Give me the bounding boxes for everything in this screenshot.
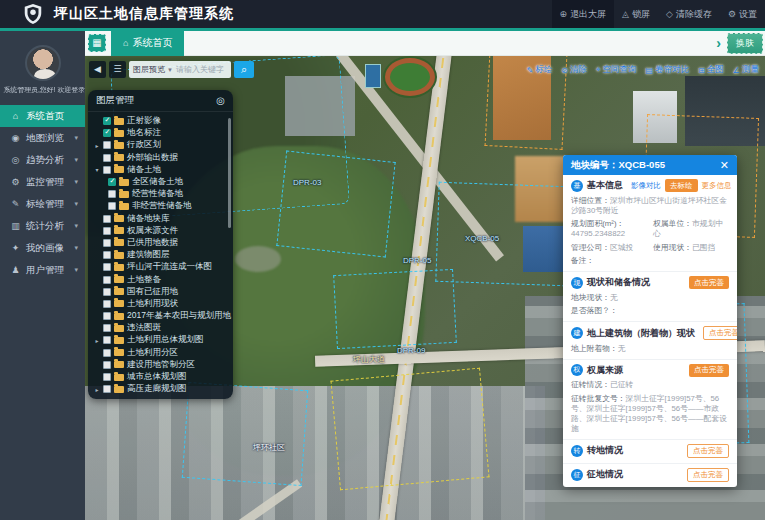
layer-tree-item[interactable]: 经营性储备地 xyxy=(94,188,231,200)
sidebar-item-map-browse[interactable]: ◉ 地图浏览 ▾ xyxy=(0,127,85,149)
app-title: 坪山区土地信息库管理系统 xyxy=(54,5,234,23)
user-icon: ♟ xyxy=(9,265,22,275)
layer-checkbox[interactable] xyxy=(108,190,116,198)
search-input[interactable]: 图层预览 ▼ 请输入关键字 xyxy=(129,61,231,78)
layer-tree-item[interactable]: 建设用地管制分区 xyxy=(94,359,231,371)
complete-button[interactable]: 点击完善 xyxy=(687,444,729,458)
complete-button[interactable]: 点击完善 xyxy=(689,364,729,377)
complete-button[interactable]: 点击完善 xyxy=(687,468,729,482)
layer-tree-item[interactable]: 外部输出数据 xyxy=(94,152,231,164)
parcel-outline[interactable] xyxy=(330,368,489,491)
layer-tree-item[interactable]: 权属来源文件 xyxy=(94,225,231,237)
complete-button[interactable]: 点击完善 xyxy=(689,276,729,289)
tool-plot[interactable]: ✎标绘 xyxy=(527,64,553,76)
tool-spatial-query[interactable]: ⌖空间查询 xyxy=(596,64,637,76)
layer-tree-item[interactable]: 国有已征用地 xyxy=(94,286,231,298)
sidebar-item-my-profile[interactable]: ✦ 我的画像 ▾ xyxy=(0,237,85,259)
folder-icon xyxy=(114,130,124,137)
layer-checkbox[interactable] xyxy=(103,117,111,125)
layer-checkbox[interactable] xyxy=(103,227,111,235)
map-canvas[interactable]: DPR-03 DPR-05 DPR-09 XQCB-05 坪山大道 坪环社区 ◀… xyxy=(85,56,765,520)
more-info-link[interactable]: 更多信息 xyxy=(702,181,732,191)
image-compare-link[interactable]: 影像对比 xyxy=(631,181,661,191)
layer-tree-item[interactable]: 城市总体规划图 xyxy=(94,371,231,383)
tab-scroll-chevron[interactable]: › xyxy=(716,35,721,51)
search-button[interactable]: ⌕ xyxy=(234,61,254,78)
collapse-panel-button[interactable]: ◀ xyxy=(89,61,106,78)
sidebar-item-trend-analysis[interactable]: ◎ 趋势分析 ▾ xyxy=(0,149,85,171)
parcel-outline[interactable] xyxy=(435,182,568,286)
layer-list-button[interactable]: ☰ xyxy=(109,61,126,78)
layer-checkbox[interactable] xyxy=(103,361,111,369)
sidebar-item-home[interactable]: ⌂ 系统首页 xyxy=(0,105,85,127)
go-plot-button[interactable]: 去标绘 xyxy=(665,179,698,192)
layer-checkbox[interactable] xyxy=(103,263,111,271)
sidebar-item-monitor-mgmt[interactable]: ⚙ 监控管理 ▾ xyxy=(0,171,85,193)
layer-tree-item[interactable]: ▸高压走廊规划图 xyxy=(94,383,231,395)
close-icon[interactable]: ✕ xyxy=(720,159,729,172)
layer-tree-item[interactable]: 土地利用现状 xyxy=(94,298,231,310)
user-avatar[interactable] xyxy=(25,45,61,81)
header-settings[interactable]: ⚙ 设置 xyxy=(720,0,765,28)
map-parcel-label: DPR-05 xyxy=(403,256,431,265)
layer-tree-item[interactable]: 已供用地数据 xyxy=(94,237,231,249)
layer-checkbox[interactable] xyxy=(103,300,111,308)
layer-tree-item[interactable]: 2017年基本农田与规划用地 xyxy=(94,310,231,322)
layer-checkbox[interactable] xyxy=(103,336,111,344)
layer-tree-item[interactable]: 正射影像 xyxy=(94,115,231,127)
layer-tree-item[interactable]: 违法图斑 xyxy=(94,322,231,334)
star-icon: ✦ xyxy=(9,243,22,253)
layer-checkbox[interactable] xyxy=(103,215,111,223)
header-exit-fullscreen[interactable]: ⊕ 退出大屏 xyxy=(552,0,615,28)
header-lock-screen[interactable]: ◬ 锁屏 xyxy=(614,0,658,28)
layer-checkbox[interactable] xyxy=(103,166,111,174)
fullmap-icon: ⊞ xyxy=(698,66,705,75)
sidebar-item-user-mgmt[interactable]: ♟ 用户管理 ▾ xyxy=(0,259,85,281)
tool-swipe-compare[interactable]: ▤卷帘对比 xyxy=(646,64,690,76)
layer-checkbox[interactable] xyxy=(103,373,111,381)
layer-checkbox[interactable] xyxy=(103,312,111,320)
layer-tree-item[interactable]: 土地利用分区 xyxy=(94,347,231,359)
layer-tree-item[interactable]: 建筑物图层 xyxy=(94,249,231,261)
layer-checkbox[interactable] xyxy=(103,251,111,259)
layer-checkbox[interactable] xyxy=(103,324,111,332)
crosshair-icon: ⌖ xyxy=(596,65,601,75)
tab-home[interactable]: ⌂ 系统首页 xyxy=(111,31,184,56)
layer-checkbox[interactable] xyxy=(103,349,111,357)
layer-tree-item[interactable]: 非经营性储备地 xyxy=(94,200,231,212)
layer-tree-item[interactable]: 地名标注 xyxy=(94,127,231,139)
layer-checkbox[interactable] xyxy=(108,202,116,210)
map-search-bar: ◀ ☰ 图层预览 ▼ 请输入关键字 ⌕ xyxy=(89,61,254,78)
layer-tree-item[interactable]: 储备地块库 xyxy=(94,213,231,225)
tool-measure[interactable]: ∠测量 xyxy=(733,64,759,76)
layer-checkbox[interactable] xyxy=(103,141,111,149)
section-buildings: 建 地上建筑物（附着物）现状 点击完善 地上附着物：无 xyxy=(563,322,737,360)
search-category-select[interactable]: 图层预览 xyxy=(133,64,165,75)
tool-clear[interactable]: ⊘清除 xyxy=(561,64,587,76)
layer-checkbox[interactable] xyxy=(103,276,111,284)
parcel-outline[interactable] xyxy=(276,151,395,258)
sidebar-item-plot-mgmt[interactable]: ✎ 标绘管理 ▾ xyxy=(0,193,85,215)
layer-tree-item[interactable]: ▸土地利用总体规划图 xyxy=(94,334,231,346)
layer-checkbox[interactable] xyxy=(103,239,111,247)
layer-checkbox[interactable] xyxy=(108,178,116,186)
complete-button[interactable]: 点击完善 xyxy=(703,326,737,340)
layer-checkbox[interactable] xyxy=(103,154,111,162)
map-pond xyxy=(235,246,281,272)
skin-switch-button[interactable]: 换肤 xyxy=(727,33,763,54)
layer-checkbox[interactable] xyxy=(103,129,111,137)
tree-scrollbar[interactable] xyxy=(228,118,231,228)
layer-tree-item[interactable]: ▸行政区划 xyxy=(94,139,231,151)
layer-tree-item[interactable]: 坪山河干流连成一体图 xyxy=(94,261,231,273)
sidebar-item-statistics[interactable]: ▥ 统计分析 ▾ xyxy=(0,215,85,237)
tool-full-extent[interactable]: ⊞全图 xyxy=(698,64,724,76)
map-sports-court xyxy=(365,64,381,88)
layer-tree-item[interactable]: ▾储备土地 xyxy=(94,164,231,176)
layer-checkbox[interactable] xyxy=(103,385,111,393)
header-clear-cache[interactable]: ◇ 清除缓存 xyxy=(658,0,720,28)
layer-tree-item[interactable]: 全区储备土地 xyxy=(94,176,231,188)
menu-grid-toggle[interactable]: ▦ xyxy=(88,34,106,52)
layer-checkbox[interactable] xyxy=(103,288,111,296)
layer-tree-item[interactable]: 土地整备 xyxy=(94,273,231,285)
layer-settings-icon[interactable]: ◎ xyxy=(216,95,225,106)
